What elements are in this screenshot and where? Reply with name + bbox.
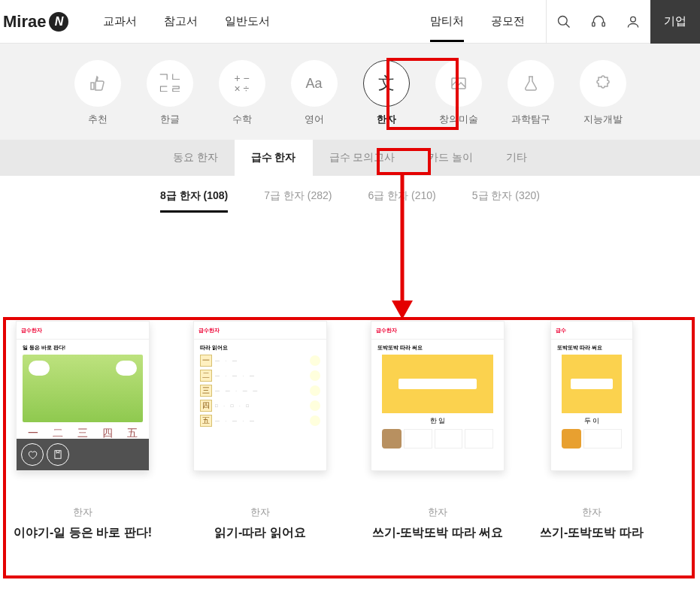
card-category: 한자 [250, 506, 270, 519]
svg-point-4 [631, 17, 636, 22]
card-title: 쓰기-또박또박 따라 [540, 525, 644, 541]
cat-science[interactable]: 과학탐구 [508, 60, 554, 126]
account-button[interactable] [616, 0, 650, 44]
sub-nav: 맘티처 공모전 [430, 1, 525, 42]
support-button[interactable] [581, 0, 616, 44]
headset-icon [591, 14, 606, 29]
cat-intelligence[interactable]: 지능개발 [580, 60, 626, 126]
thumbs-up-icon [74, 60, 121, 107]
category-strip: 추천 ㄱㄴㄷㄹ 한글 + −× ÷ 수학 Aa 영어 文 한자 창의미술 과학탐… [0, 44, 700, 140]
worksheet-card[interactable]: 급수 또박또박 따라 써요 두 이 한자 쓰기-또박또박 따라 [540, 321, 644, 541]
header: Mirae N 교과서 참고서 일반도서 맘티처 공모전 기업 [0, 0, 700, 44]
nav-textbook[interactable]: 교과서 [103, 14, 137, 29]
search-icon [556, 14, 571, 29]
card-title: 이야기-일 등은 바로 판다! [14, 525, 152, 541]
math-icon: + −× ÷ [219, 60, 265, 107]
logo[interactable]: Mirae N [0, 12, 82, 32]
tab-mock-exam[interactable]: 급수 모의고사 [313, 140, 412, 176]
level-8[interactable]: 8급 한자 (108) [160, 189, 228, 213]
search-button[interactable] [547, 0, 581, 44]
worksheet-thumb: 급수한자 또박또박 따라 써요 한 일 [371, 321, 505, 471]
card-title: 읽기-따라 읽어요 [214, 525, 306, 541]
level-7[interactable]: 7급 한자 (282) [264, 189, 332, 213]
worksheet-thumb: 급수한자 따라 읽어요 一— · — 二— · — · — 三— — · — —… [193, 321, 327, 471]
svg-line-1 [566, 23, 570, 27]
icon-bar [546, 0, 650, 43]
puzzle-icon [580, 60, 626, 107]
worksheet-thumb: 급수한자 일 등은 바로 판다! 一二三四五 [16, 321, 150, 471]
tab-card-play[interactable]: 카드 놀이 [411, 140, 489, 176]
subnav-momteacher[interactable]: 맘티처 [430, 1, 464, 42]
hangul-icon: ㄱㄴㄷㄹ [147, 60, 193, 107]
worksheet-grid: 급수한자 일 등은 바로 판다! 一二三四五 한자 이야기-일 등은 바로 판다… [0, 223, 700, 556]
nav-general[interactable]: 일반도서 [225, 14, 270, 29]
logo-badge: N [49, 12, 68, 32]
nav-reference[interactable]: 참고서 [164, 14, 198, 29]
art-icon [435, 60, 482, 107]
cta-button[interactable]: 기업 [650, 0, 700, 44]
cat-english[interactable]: Aa 영어 [291, 60, 338, 126]
subnav-contest[interactable]: 공모전 [491, 1, 525, 42]
worksheet-card[interactable]: 급수한자 따라 읽어요 一— · — 二— · — · — 三— — · — —… [185, 321, 335, 541]
svg-point-0 [559, 16, 568, 25]
english-icon: Aa [291, 60, 338, 107]
save-button[interactable] [47, 443, 69, 466]
tab-level-hanja[interactable]: 급수 한자 [235, 140, 313, 176]
card-title: 쓰기-또박또박 따라 써요 [372, 525, 503, 541]
cat-hangul[interactable]: ㄱㄴㄷㄹ 한글 [147, 60, 193, 126]
level-tabs: 8급 한자 (108) 7급 한자 (282) 6급 한자 (210) 5급 한… [0, 176, 700, 223]
cat-hanja[interactable]: 文 한자 [363, 60, 410, 126]
card-hover-toolbar [17, 439, 149, 470]
user-icon [626, 14, 641, 29]
cat-art[interactable]: 창의미술 [435, 60, 482, 126]
worksheet-card[interactable]: 급수한자 일 등은 바로 판다! 一二三四五 한자 이야기-일 등은 바로 판다… [8, 321, 158, 541]
main-nav: 교과서 참고서 일반도서 [103, 14, 270, 29]
svg-rect-2 [592, 22, 595, 26]
card-category: 한자 [73, 506, 92, 519]
cat-math[interactable]: + −× ÷ 수학 [219, 60, 265, 126]
like-button[interactable] [21, 443, 44, 466]
tab-etc[interactable]: 기타 [489, 140, 544, 176]
card-category: 한자 [582, 506, 602, 519]
subtabs: 동요 한자 급수 한자 급수 모의고사 카드 놀이 기타 [0, 140, 700, 176]
beaker-icon [508, 60, 554, 107]
tab-songs[interactable]: 동요 한자 [156, 140, 235, 176]
level-5[interactable]: 5급 한자 (320) [472, 189, 540, 213]
card-category: 한자 [428, 506, 447, 519]
worksheet-card[interactable]: 급수한자 또박또박 따라 써요 한 일 한자 쓰기-또박또박 따라 써요 [362, 321, 513, 541]
worksheet-thumb: 급수 또박또박 따라 써요 두 이 [550, 321, 633, 471]
logo-text: Mirae [3, 12, 46, 32]
hanja-icon: 文 [363, 60, 410, 107]
svg-rect-3 [602, 22, 605, 26]
level-6[interactable]: 6급 한자 (210) [368, 189, 436, 213]
svg-rect-6 [55, 451, 61, 459]
cat-recommend[interactable]: 추천 [74, 60, 121, 126]
